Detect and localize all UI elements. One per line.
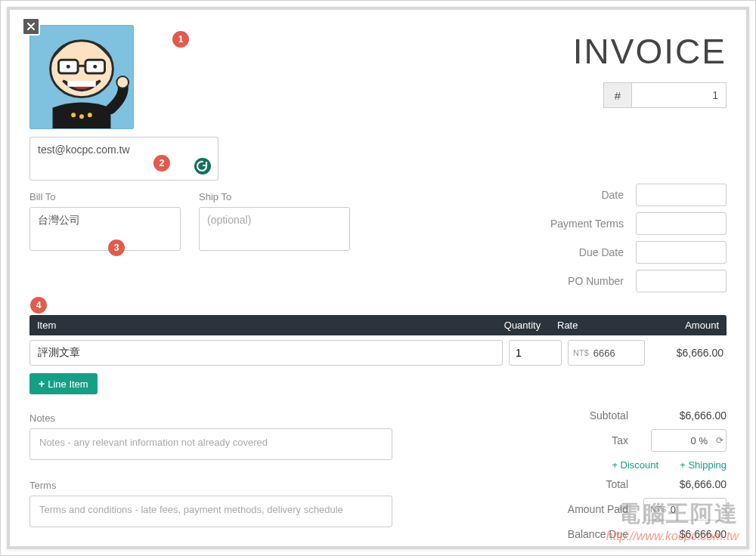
svg-rect-7 — [67, 81, 95, 87]
total-value: $6,666.00 — [643, 478, 727, 490]
items-header: Item Quantity Rate Amount — [29, 315, 727, 335]
invoice-panel: 1 2 3 4 — [7, 7, 749, 549]
po-number-label: PO Number — [541, 275, 624, 287]
due-date-label: Due Date — [541, 246, 624, 258]
balance-due-value: $6,666.00 — [643, 528, 727, 540]
currency-prefix: NT$ — [650, 505, 666, 514]
notes-label: Notes — [29, 412, 392, 424]
annotation-badge-3: 3 — [108, 239, 125, 256]
payment-terms-label: Payment Terms — [541, 218, 624, 230]
svg-point-6 — [93, 65, 97, 69]
payment-terms-input[interactable] — [636, 212, 727, 235]
currency-prefix: NT$ — [573, 348, 589, 357]
invoice-number-input[interactable] — [632, 82, 727, 108]
add-discount-link[interactable]: Discount — [612, 459, 658, 471]
col-item: Item — [37, 320, 492, 331]
svg-point-10 — [79, 114, 84, 119]
ship-to-label: Ship To — [199, 191, 350, 202]
subtotal-label: Subtotal — [545, 409, 628, 422]
col-quantity: Quantity — [492, 320, 553, 331]
po-number-input[interactable] — [636, 270, 727, 292]
due-date-input[interactable] — [636, 241, 727, 264]
svg-point-8 — [116, 76, 129, 88]
item-rate-value: 6666 — [593, 348, 615, 359]
company-logo[interactable] — [29, 25, 134, 129]
balance-due-label: Balance Due — [545, 528, 628, 540]
subtotal-value: $6,666.00 — [643, 409, 727, 422]
item-amount: $6,666.00 — [651, 347, 727, 359]
col-rate: Rate — [553, 320, 636, 331]
from-input[interactable]: test@kocpc.com.tw — [29, 137, 218, 181]
terms-input[interactable] — [29, 496, 392, 527]
ship-to-input[interactable] — [199, 207, 350, 251]
annotation-badge-4: 4 — [30, 297, 47, 314]
outer-frame: 1 2 3 4 — [0, 0, 756, 556]
add-line-item-button[interactable]: + Line Item — [29, 373, 98, 394]
item-row: NT$ 6666 $6,666.00 — [29, 340, 727, 366]
amount-paid-label: Amount Paid — [545, 503, 628, 515]
tax-label: Tax — [545, 434, 628, 446]
from-email-text: test@kocpc.com.tw — [38, 144, 130, 156]
svg-point-5 — [67, 65, 70, 69]
add-line-item-label: Line Item — [48, 378, 88, 390]
col-amount: Amount — [636, 320, 719, 331]
notes-input[interactable] — [29, 428, 392, 460]
amount-paid-value: 0 — [671, 504, 676, 515]
terms-label: Terms — [29, 480, 392, 491]
amount-paid-input[interactable]: NT$ 0 — [643, 498, 727, 520]
page-title: INVOICE — [530, 31, 727, 72]
grammarly-icon[interactable] — [194, 157, 212, 175]
date-label: Date — [541, 189, 624, 201]
total-label: Total — [545, 478, 628, 490]
svg-point-9 — [71, 113, 76, 117]
item-name-input[interactable] — [29, 340, 503, 366]
plus-icon: + — [39, 378, 45, 390]
item-qty-input[interactable] — [509, 340, 562, 366]
bill-to-input[interactable]: 台灣公司 — [29, 207, 181, 251]
bill-to-label: Bill To — [29, 191, 181, 202]
svg-point-11 — [88, 113, 92, 117]
remove-logo-button[interactable] — [22, 17, 40, 36]
invoice-number-label: # — [603, 82, 632, 108]
add-shipping-link[interactable]: Shipping — [680, 459, 727, 471]
tax-input[interactable] — [651, 429, 727, 452]
date-input[interactable] — [636, 184, 727, 206]
item-rate-input[interactable]: NT$ 6666 — [568, 340, 645, 366]
annotation-badge-1: 1 — [172, 31, 189, 48]
refresh-icon[interactable]: ⟳ — [716, 435, 723, 446]
